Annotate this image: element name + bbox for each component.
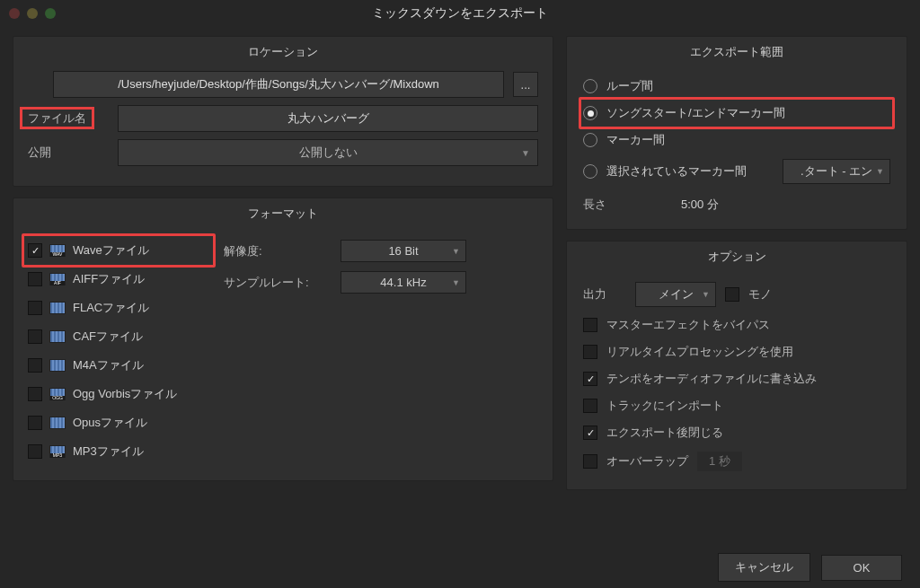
length-value: 5:00 分 (646, 197, 754, 213)
filename-label-highlight: ファイル名 (20, 107, 94, 129)
bypass-master-checkbox[interactable] (583, 318, 597, 332)
range-loop-row[interactable]: ループ間 (581, 73, 892, 100)
samplerate-value: 44.1 kHz (380, 276, 426, 289)
format-list: ✓ Waveファイル AIFFファイル FLACファイル (24, 236, 213, 466)
realtime-checkbox[interactable] (583, 345, 597, 359)
location-panel: ロケーション /Users/heyjude/Desktop/作曲/Songs/丸… (13, 36, 553, 187)
format-aiff-checkbox[interactable] (28, 272, 42, 286)
range-selected-marker-radio[interactable] (583, 164, 597, 179)
tempo-checkbox[interactable]: ✓ (583, 372, 597, 386)
marker-dropdown[interactable]: .タート - エン ▼ (783, 159, 890, 184)
m4a-icon (49, 359, 66, 372)
publish-value: 公開しない (299, 145, 358, 159)
format-item-aiff[interactable]: AIFFファイル (24, 265, 213, 294)
range-songmarker-label: ソングスタート/エンドマーカー間 (606, 105, 785, 121)
caf-icon (49, 330, 66, 343)
range-selected-marker-label: 選択されているマーカー間 (606, 163, 774, 180)
chevron-down-icon: ▼ (521, 148, 530, 158)
output-dropdown[interactable]: メイン ▼ (635, 282, 716, 307)
dialog-footer: キャンセル OK (0, 547, 920, 588)
range-marker-radio[interactable] (583, 133, 597, 147)
options-panel: オプション 出力 メイン ▼ モノ マスターエフェクトをバイパス (566, 241, 907, 490)
chevron-down-icon: ▼ (452, 247, 460, 256)
import-track-checkbox[interactable] (583, 399, 597, 413)
format-wave-label: Waveファイル (73, 242, 149, 259)
format-item-caf[interactable]: CAFファイル (24, 322, 213, 351)
format-aiff-label: AIFFファイル (73, 271, 145, 287)
format-title: フォーマット (13, 198, 553, 227)
opus-icon (49, 417, 66, 429)
close-after-label: エクスポート後閉じる (606, 425, 723, 441)
format-m4a-checkbox[interactable] (28, 358, 42, 373)
format-mp3-checkbox[interactable] (28, 444, 42, 459)
samplerate-label: サンプルレート: (224, 275, 341, 291)
ogg-icon (49, 388, 66, 400)
output-label: 出力 (583, 286, 626, 303)
range-loop-radio[interactable] (583, 79, 597, 93)
filename-field[interactable]: 丸大ハンバーグ (118, 105, 538, 132)
mono-label: モノ (748, 286, 772, 303)
format-caf-label: CAFファイル (73, 329, 143, 345)
tempo-label: テンポをオーディオファイルに書き込み (606, 371, 817, 387)
format-item-opus[interactable]: Opusファイル (24, 408, 213, 437)
format-flac-checkbox[interactable] (28, 301, 42, 315)
filename-label: ファイル名 (28, 110, 109, 127)
samplerate-dropdown[interactable]: 44.1 kHz ▼ (341, 271, 466, 294)
wave-icon (49, 244, 66, 257)
flac-icon (49, 302, 66, 314)
range-marker-label: マーカー間 (606, 132, 665, 148)
range-songmarker-row[interactable]: ソングスタート/エンドマーカー間 (581, 100, 892, 127)
format-item-mp3[interactable]: MP3ファイル (24, 437, 213, 466)
realtime-label: リアルタイムプロセッシングを使用 (606, 344, 793, 360)
format-panel: フォーマット ✓ Waveファイル AIFFファイル (13, 197, 553, 481)
publish-dropdown[interactable]: 公開しない ▼ (118, 139, 538, 166)
chevron-down-icon: ▼ (876, 167, 884, 176)
range-songmarker-highlight: ソングスタート/エンドマーカー間 (579, 97, 895, 129)
format-item-ogg[interactable]: Ogg Vorbisファイル (24, 380, 213, 408)
overlap-field[interactable]: 1 秒 (697, 452, 742, 471)
import-track-label: トラックにインポート (606, 398, 723, 414)
range-songmarker-radio[interactable] (583, 106, 597, 120)
chevron-down-icon: ▼ (702, 290, 710, 299)
cancel-button[interactable]: キャンセル (718, 553, 810, 582)
format-flac-label: FLACファイル (73, 300, 149, 316)
resolution-value: 16 Bit (388, 244, 418, 258)
format-wave-checkbox[interactable]: ✓ (28, 243, 42, 258)
format-opus-checkbox[interactable] (28, 416, 42, 430)
format-item-wave[interactable]: ✓ Waveファイル (24, 236, 213, 265)
format-item-m4a[interactable]: M4Aファイル (24, 351, 213, 380)
aiff-icon (49, 273, 66, 285)
format-ogg-checkbox[interactable] (28, 387, 42, 401)
window-title: ミックスダウンをエクスポート (0, 5, 920, 22)
bypass-master-label: マスターエフェクトをバイパス (606, 317, 770, 333)
format-item-flac[interactable]: FLACファイル (24, 294, 213, 322)
range-loop-label: ループ間 (606, 78, 653, 94)
range-selected-marker-row[interactable]: 選択されているマーカー間 .タート - エン ▼ (581, 154, 892, 189)
format-wave-highlight: ✓ Waveファイル (22, 233, 216, 268)
resolution-label: 解像度: (224, 243, 341, 259)
range-title: エクスポート範囲 (567, 37, 907, 66)
ok-button[interactable]: OK (821, 555, 902, 581)
marker-dd-value: .タート - エン (801, 164, 872, 178)
format-opus-label: Opusファイル (73, 415, 147, 431)
format-ogg-label: Ogg Vorbisファイル (73, 386, 177, 402)
range-marker-row[interactable]: マーカー間 (581, 127, 892, 154)
chevron-down-icon: ▼ (452, 278, 460, 287)
export-range-panel: エクスポート範囲 ループ間 ソングスタート/エンドマーカー間 マーカー間 (566, 36, 907, 230)
overlap-checkbox[interactable] (583, 454, 597, 469)
mono-checkbox[interactable] (725, 287, 739, 302)
length-label: 長さ (583, 197, 637, 213)
browse-button[interactable]: ... (513, 72, 538, 97)
overlap-label: オーバーラップ (606, 453, 688, 470)
close-after-checkbox[interactable]: ✓ (583, 426, 597, 440)
format-caf-checkbox[interactable] (28, 329, 42, 344)
mp3-icon (49, 445, 66, 458)
options-title: オプション (567, 241, 907, 270)
output-value: メイン (659, 287, 694, 301)
location-title: ロケーション (13, 37, 553, 66)
resolution-dropdown[interactable]: 16 Bit ▼ (341, 240, 466, 262)
export-path-field[interactable]: /Users/heyjude/Desktop/作曲/Songs/丸大ハンバーグ/… (53, 71, 504, 98)
format-mp3-label: MP3ファイル (73, 443, 144, 460)
titlebar: ミックスダウンをエクスポート (0, 0, 920, 27)
publish-label: 公開 (28, 145, 109, 161)
